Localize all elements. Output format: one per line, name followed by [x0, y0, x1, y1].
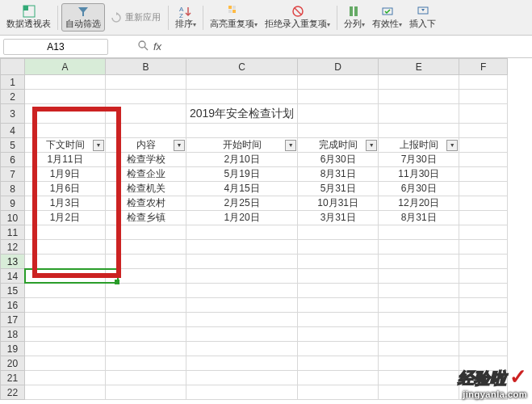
col-header-E[interactable]: E — [379, 59, 459, 75]
cell[interactable] — [298, 124, 379, 138]
validity-button[interactable]: 有效性▾ — [369, 4, 405, 31]
cell[interactable] — [25, 327, 106, 342]
row-header[interactable]: 19 — [1, 342, 25, 356]
cell[interactable] — [379, 269, 459, 284]
cell[interactable] — [186, 356, 298, 371]
cell[interactable] — [186, 225, 298, 240]
cell[interactable] — [459, 104, 508, 124]
cell[interactable] — [459, 327, 508, 342]
cell[interactable] — [459, 211, 508, 225]
header-cell[interactable]: 上报时间▼ — [379, 138, 459, 153]
highlight-duplicates-button[interactable]: 高亮重复项▾ — [207, 4, 261, 31]
col-header-C[interactable]: C — [186, 59, 298, 75]
cell[interactable]: 检查机关 — [106, 182, 186, 196]
cell[interactable] — [106, 284, 186, 298]
header-cell[interactable]: 内容▼ — [106, 138, 186, 153]
cell[interactable] — [379, 313, 459, 327]
cell[interactable]: 检查乡镇 — [106, 211, 186, 225]
cell[interactable] — [186, 124, 298, 138]
cell[interactable] — [186, 269, 298, 284]
cell[interactable] — [186, 75, 298, 90]
cell[interactable]: 12月20日 — [379, 196, 459, 211]
cell[interactable] — [25, 90, 106, 104]
sheet-grid[interactable]: A B C D E F 1 2 32019年安全检查计划 4 5 下文时间▼ 内… — [0, 58, 508, 400]
col-header-F[interactable]: F — [459, 59, 508, 75]
cell[interactable] — [186, 327, 298, 342]
row-header[interactable]: 2 — [1, 90, 25, 104]
cell[interactable] — [459, 342, 508, 356]
cell[interactable] — [298, 255, 379, 269]
row-header[interactable]: 15 — [1, 284, 25, 298]
col-header-B[interactable]: B — [106, 59, 186, 75]
select-all-corner[interactable] — [1, 59, 25, 75]
cell[interactable] — [379, 225, 459, 240]
cell[interactable] — [298, 371, 379, 385]
cell[interactable] — [379, 240, 459, 255]
cell[interactable] — [459, 240, 508, 255]
cell[interactable] — [459, 153, 508, 167]
cell[interactable] — [379, 124, 459, 138]
cell[interactable]: 2月10日 — [186, 153, 298, 167]
row-header[interactable]: 1 — [1, 75, 25, 90]
cell[interactable] — [106, 342, 186, 356]
cell[interactable] — [25, 385, 106, 400]
cell[interactable] — [298, 313, 379, 327]
row-header[interactable]: 22 — [1, 385, 25, 400]
cell[interactable] — [186, 342, 298, 356]
cell[interactable] — [25, 342, 106, 356]
cell[interactable] — [186, 255, 298, 269]
cell[interactable] — [379, 255, 459, 269]
cell[interactable] — [459, 284, 508, 298]
reapply-button[interactable]: 重新应用 — [106, 10, 165, 26]
cell[interactable]: 1月3日 — [25, 196, 106, 211]
cell[interactable] — [298, 284, 379, 298]
row-header[interactable]: 6 — [1, 153, 25, 167]
insert-dropdown-button[interactable]: 插入下 — [406, 4, 439, 31]
cell[interactable]: 2月25日 — [186, 196, 298, 211]
cell[interactable] — [106, 371, 186, 385]
row-header-active[interactable]: 13 — [1, 255, 25, 269]
row-header[interactable]: 12 — [1, 240, 25, 255]
cell[interactable]: 1月6日 — [25, 182, 106, 196]
pivot-table-button[interactable]: 数据透视表 — [3, 4, 54, 31]
cell[interactable] — [25, 371, 106, 385]
autofilter-button[interactable]: 自动筛选 — [61, 3, 105, 32]
cell[interactable] — [186, 240, 298, 255]
header-cell[interactable]: 完成时间▼ — [298, 138, 379, 153]
cell[interactable] — [459, 225, 508, 240]
cell[interactable] — [106, 313, 186, 327]
fx-button[interactable]: fx — [153, 40, 161, 53]
text-to-columns-button[interactable]: 分列▾ — [341, 4, 368, 31]
filter-button[interactable]: ▼ — [366, 140, 377, 151]
cell[interactable]: 7月30日 — [379, 153, 459, 167]
cell[interactable] — [106, 356, 186, 371]
cell[interactable] — [379, 104, 459, 124]
cell[interactable]: 检查企业 — [106, 167, 186, 182]
cell[interactable] — [186, 284, 298, 298]
sort-button[interactable]: AZ 排序▾ — [172, 4, 199, 31]
cell[interactable] — [25, 298, 106, 313]
cell[interactable] — [459, 269, 508, 284]
cell[interactable] — [298, 240, 379, 255]
cell[interactable] — [25, 240, 106, 255]
row-header[interactable]: 3 — [1, 104, 25, 124]
cell[interactable] — [106, 104, 186, 124]
row-header[interactable]: 21 — [1, 371, 25, 385]
cell[interactable] — [106, 75, 186, 90]
cell[interactable] — [106, 385, 186, 400]
cell[interactable] — [298, 90, 379, 104]
cell[interactable] — [186, 313, 298, 327]
cell[interactable] — [459, 124, 508, 138]
cell[interactable] — [186, 90, 298, 104]
cell[interactable] — [379, 284, 459, 298]
cell[interactable] — [379, 298, 459, 313]
cell[interactable] — [298, 385, 379, 400]
filter-button[interactable]: ▼ — [93, 140, 104, 151]
cell[interactable]: 8月31日 — [298, 167, 379, 182]
cell[interactable]: 10月31日 — [298, 196, 379, 211]
cell[interactable] — [459, 90, 508, 104]
cell[interactable]: 4月15日 — [186, 182, 298, 196]
cell[interactable]: 8月31日 — [379, 211, 459, 225]
cell[interactable] — [186, 298, 298, 313]
row-header[interactable]: 9 — [1, 196, 25, 211]
